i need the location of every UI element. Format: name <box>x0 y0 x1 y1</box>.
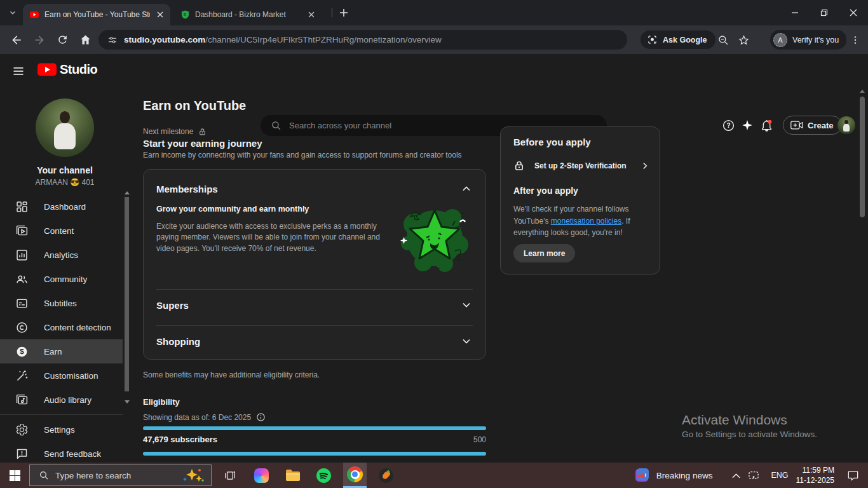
page-scrollbar[interactable] <box>860 97 865 217</box>
tab-title: Earn on YouTube - YouTube Stu <box>44 10 150 19</box>
tray-expand-chevron[interactable] <box>728 473 744 478</box>
tab-search-button[interactable] <box>6 6 19 19</box>
browser-menu-icon[interactable] <box>848 32 863 48</box>
language-indicator[interactable]: ENG <box>763 471 796 480</box>
channel-avatar[interactable] <box>36 98 94 157</box>
journey-desc: Earn income by connecting with your fans… <box>143 151 462 159</box>
window-controls <box>780 0 868 25</box>
url-text[interactable]: studio.youtube.com/channel/UC5Irp4eUFIkr… <box>124 35 442 44</box>
milestone-label: Next milestone <box>143 127 193 136</box>
file-explorer-icon[interactable] <box>281 463 304 488</box>
sidebar-scroll-down-arrow[interactable] <box>125 400 130 403</box>
site-settings-icon[interactable] <box>107 35 118 45</box>
tab-close-icon[interactable] <box>155 10 165 20</box>
page-scroll-up-arrow[interactable] <box>860 90 865 93</box>
start-button[interactable] <box>0 463 29 488</box>
supers-row[interactable]: Supers <box>156 299 473 311</box>
bookmark-star-icon[interactable] <box>736 32 751 48</box>
sidebar-item-label: Content <box>44 226 74 236</box>
sidebar-item-label: Content detection <box>44 323 111 332</box>
forward-button[interactable] <box>29 30 50 50</box>
before-you-apply-card: Before you apply Set up 2-Step Verificat… <box>500 126 660 274</box>
clock-date: 11-12-2025 <box>796 475 835 485</box>
youtube-studio-logo[interactable]: Studio <box>37 62 97 77</box>
learn-more-button[interactable]: Learn more <box>513 244 575 262</box>
touch-keyboard-icon[interactable] <box>744 470 763 480</box>
memberships-subtitle: Grow your community and earn monthly <box>156 205 309 214</box>
create-label: Create <box>808 121 833 130</box>
tab-bizkro-dashboard[interactable]: Dashboard - Bizkro Market <box>174 4 322 25</box>
audio-library-icon <box>15 393 29 407</box>
window-minimize-button[interactable] <box>780 0 810 25</box>
chevron-down-icon <box>8 8 17 17</box>
sidebar-item-community[interactable]: Community <box>0 267 123 291</box>
action-center-icon[interactable] <box>843 470 868 482</box>
chevron-down-icon[interactable] <box>460 299 473 311</box>
sidebar-item-content[interactable]: Content <box>0 219 123 243</box>
tab-earn-on-youtube[interactable]: Earn on YouTube - YouTube Stu <box>23 4 170 25</box>
sidebar-item-earn[interactable]: $ Earn <box>0 339 123 363</box>
sidebar-item-content-detection[interactable]: Content detection <box>0 315 123 339</box>
verify-label: Verify it's you <box>792 36 839 44</box>
notifications-bell-icon[interactable] <box>758 117 775 133</box>
sidebar-item-settings[interactable]: Settings <box>0 417 123 442</box>
zoom-out-icon[interactable] <box>715 32 731 48</box>
create-button[interactable]: Create <box>783 116 842 135</box>
taskbar-search-input[interactable] <box>55 471 175 480</box>
taskbar-search-box[interactable] <box>29 464 212 486</box>
chrome-icon-active[interactable] <box>343 463 367 488</box>
window-restore-button[interactable] <box>810 0 839 25</box>
sparkle-icon[interactable] <box>739 117 756 133</box>
sidebar-item-dashboard[interactable]: Dashboard <box>0 194 123 219</box>
bizkro-favicon <box>180 10 190 20</box>
news-widget[interactable]: Breaking news <box>635 468 728 483</box>
sidebar-scroll-up-arrow[interactable] <box>125 191 130 194</box>
browser-toolbar: studio.youtube.com/channel/UC5Irp4eUFIkr… <box>0 25 868 54</box>
svg-text:?: ? <box>726 122 730 129</box>
sidebar-item-customisation[interactable]: Customisation <box>0 363 123 388</box>
lock-icon <box>198 128 207 136</box>
copilot-app-icon[interactable] <box>250 463 273 488</box>
clock[interactable]: 11:59 PM 11-12-2025 <box>796 465 844 485</box>
sidebar-item-analytics[interactable]: Analytics <box>0 243 123 267</box>
reload-button[interactable] <box>52 30 72 50</box>
benefits-note: Some benefits may have additional eligib… <box>143 370 320 379</box>
sidebar-item-subtitles[interactable]: Subtitles <box>0 291 123 315</box>
home-button[interactable] <box>75 30 95 50</box>
youtube-play-icon <box>37 62 57 77</box>
sidebar-item-label: Audio library <box>44 395 92 405</box>
chevron-up-icon[interactable] <box>460 182 473 195</box>
verify-profile-button[interactable]: A Verify it's you <box>770 30 846 50</box>
task-view-button[interactable] <box>218 463 241 488</box>
notification-dot <box>768 119 771 123</box>
account-avatar[interactable] <box>837 116 855 134</box>
back-button[interactable] <box>6 30 27 50</box>
windows-logo-icon <box>10 470 20 481</box>
fl-studio-icon[interactable] <box>374 463 398 488</box>
monetisation-policies-link[interactable]: monetisation policies <box>551 217 621 226</box>
sidebar: Your channel ARMAAN 😎 401 Dashboard Cont… <box>0 88 130 463</box>
two-step-verification-row[interactable]: Set up 2-Step Verification <box>513 160 651 172</box>
url-bar[interactable]: studio.youtube.com/channel/UC5Irp4eUFIkr… <box>98 30 627 50</box>
info-icon[interactable] <box>256 412 266 422</box>
subscribers-count: 47,679 subscribers <box>143 435 217 444</box>
new-tab-button[interactable] <box>338 7 349 18</box>
community-icon <box>15 273 29 286</box>
sidebar-item-label: Settings <box>44 425 75 435</box>
shopping-row[interactable]: Shopping <box>156 335 473 348</box>
news-icon <box>635 468 650 483</box>
tab-close-icon[interactable] <box>306 10 316 20</box>
svg-text:$: $ <box>20 348 24 355</box>
sidebar-item-label: Analytics <box>44 250 78 260</box>
sidebar-item-label: Send feedback <box>44 449 101 459</box>
window-close-button[interactable] <box>839 0 868 25</box>
memberships-header[interactable]: Memberships <box>156 182 473 195</box>
sidebar-scrollbar[interactable] <box>125 197 129 391</box>
menu-hamburger-icon[interactable] <box>10 63 27 79</box>
spotify-icon[interactable] <box>312 463 336 488</box>
ask-google-button[interactable]: Ask Google <box>641 30 715 49</box>
sidebar-item-audio-library[interactable]: Audio library <box>0 388 123 412</box>
help-icon[interactable]: ? <box>720 117 736 133</box>
chevron-down-icon[interactable] <box>460 335 473 348</box>
search-icon <box>271 120 281 131</box>
